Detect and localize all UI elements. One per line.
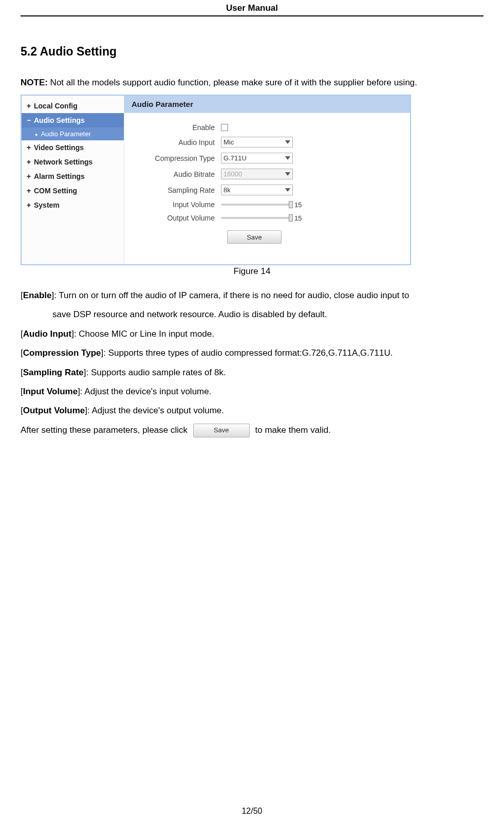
- sidebar-item-audio-settings[interactable]: −Audio Settings: [22, 113, 124, 127]
- enable-label: Enable: [134, 123, 221, 132]
- sampling-rate-select[interactable]: 8k: [221, 185, 293, 195]
- desc-enable-text2: save DSP resource and network resource. …: [52, 309, 327, 319]
- sidebar-item-local-config[interactable]: +Local Config: [22, 99, 124, 113]
- audio-input-label: Audio Input: [134, 138, 221, 147]
- sidebar-item-label: Audio Settings: [34, 116, 85, 124]
- figure-caption: Figure 14: [21, 266, 483, 277]
- sidebar-item-label: System: [34, 201, 60, 209]
- plus-icon: +: [27, 187, 34, 195]
- plus-icon: +: [27, 102, 34, 110]
- description-block: [Enable]: Turn on or turn off the audio …: [21, 286, 483, 440]
- save-button[interactable]: Save: [227, 230, 282, 244]
- desc-compression-key: Compression Type: [23, 348, 101, 358]
- audio-input-select[interactable]: Mic: [221, 137, 293, 148]
- input-volume-value: 15: [294, 201, 302, 209]
- sidebar-item-network-settings[interactable]: +Network Settings: [22, 155, 124, 169]
- main-panel: Audio Parameter Enable Audio Input Mic: [124, 96, 410, 264]
- audio-bitrate-label: Audio Bitrate: [134, 170, 221, 178]
- audio-input-value: Mic: [223, 138, 234, 146]
- minus-icon: −: [27, 116, 34, 124]
- desc-enable-key: Enable: [23, 290, 52, 300]
- sidebar-item-com-setting[interactable]: +COM Setting: [22, 184, 124, 198]
- desc-after-text2: to make them valid.: [255, 425, 331, 435]
- plus-icon: +: [27, 172, 34, 180]
- chevron-down-icon: [285, 172, 290, 176]
- input-volume-slider[interactable]: [221, 204, 290, 206]
- desc-sampling-text: ]: Supports audio sample rates of 8k.: [84, 368, 226, 377]
- desc-audio-input-text: ]: Choose MIC or Line In input mode.: [71, 329, 214, 339]
- desc-sampling-key: Sampling Rate: [23, 368, 84, 377]
- desc-compression-text: ]: Supports three types of audio compres…: [101, 348, 393, 358]
- output-volume-label: Output Volume: [134, 214, 221, 222]
- compression-type-select[interactable]: G.711U: [221, 153, 293, 163]
- plus-icon: +: [27, 143, 34, 152]
- bullet-icon: ●: [35, 132, 38, 137]
- output-volume-value: 15: [294, 214, 302, 222]
- input-volume-label: Input Volume: [134, 200, 221, 209]
- desc-enable-text: ]: Turn on or turn off the audio of IP c…: [51, 290, 409, 300]
- audio-bitrate-value: 16000: [223, 170, 242, 178]
- plus-icon: +: [27, 158, 34, 166]
- desc-after-text1: After setting these parameters, please c…: [21, 425, 190, 435]
- sampling-rate-value: 8k: [223, 186, 231, 194]
- figure-14: +Local Config −Audio Settings ●Audio Par…: [21, 95, 483, 277]
- note-text: Not all the models support audio functio…: [48, 78, 417, 87]
- sidebar-item-label: COM Setting: [34, 187, 77, 195]
- section-title: 5.2 Audio Setting: [21, 45, 483, 59]
- sidebar-sub-label: Audio Parameter: [41, 130, 91, 138]
- page-header: User Manual: [21, 0, 483, 16]
- sidebar-item-label: Local Config: [34, 102, 78, 110]
- enable-checkbox[interactable]: [221, 124, 228, 131]
- desc-output-volume-text: ]: Adjust the device's output volume.: [85, 406, 224, 415]
- panel-title: Audio Parameter: [124, 96, 410, 113]
- output-volume-slider[interactable]: [221, 217, 290, 219]
- sidebar-sub-audio-parameter[interactable]: ●Audio Parameter: [22, 127, 124, 140]
- sidebar: +Local Config −Audio Settings ●Audio Par…: [22, 96, 124, 264]
- desc-input-volume-key: Input Volume: [23, 387, 78, 396]
- plus-icon: +: [27, 201, 34, 209]
- chevron-down-icon: [285, 140, 290, 144]
- slider-thumb[interactable]: [289, 201, 293, 208]
- compression-type-label: Compression Type: [134, 154, 221, 162]
- sidebar-item-label: Video Settings: [34, 143, 84, 152]
- sidebar-item-system[interactable]: +System: [22, 198, 124, 212]
- compression-type-value: G.711U: [223, 154, 247, 162]
- chevron-down-icon: [285, 188, 290, 192]
- note-paragraph: NOTE: Not all the models support audio f…: [21, 74, 483, 92]
- note-label: NOTE:: [21, 78, 48, 87]
- desc-input-volume-text: ]: Adjust the device's input volume.: [78, 387, 211, 396]
- audio-bitrate-select[interactable]: 16000: [221, 169, 293, 179]
- sidebar-item-alarm-settings[interactable]: +Alarm Settings: [22, 169, 124, 184]
- slider-thumb[interactable]: [289, 214, 293, 222]
- sidebar-item-video-settings[interactable]: +Video Settings: [22, 140, 124, 155]
- inline-save-button[interactable]: Save: [193, 424, 250, 437]
- page-number: 12/50: [0, 807, 504, 816]
- chevron-down-icon: [285, 156, 290, 160]
- desc-audio-input-key: Audio Input: [23, 329, 71, 339]
- sidebar-item-label: Alarm Settings: [34, 172, 85, 180]
- sampling-rate-label: Sampling Rate: [134, 186, 221, 194]
- sidebar-item-label: Network Settings: [34, 158, 92, 166]
- desc-output-volume-key: Output Volume: [23, 406, 85, 415]
